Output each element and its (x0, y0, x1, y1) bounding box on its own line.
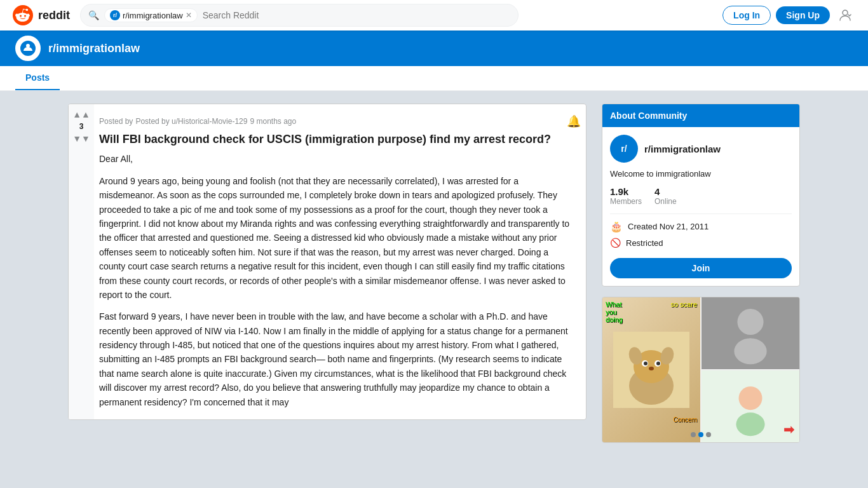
body-paragraph-1: Around 9 years ago, being young and fool… (99, 174, 576, 302)
svg-point-21 (736, 412, 764, 436)
about-community-body: r/ r/immigrationlaw Welcome to immigrati… (602, 127, 799, 286)
community-identity: r/ r/immigrationlaw (610, 135, 792, 163)
svg-point-5 (26, 44, 30, 48)
search-tag[interactable]: r/ r/immigrationlaw ✕ (104, 8, 198, 22)
post-time: 9 months ago (250, 117, 296, 126)
post-meta-left: Posted by Posted by u/Historical-Movie-1… (99, 117, 296, 126)
reddit-logo-icon (13, 5, 33, 25)
post-column: ▲ 3 ▼ Posted by Posted by u/Historical-M… (68, 104, 587, 443)
subreddit-tag-icon: r/ (110, 10, 120, 20)
tab-posts[interactable]: Posts (15, 66, 60, 90)
svg-point-1 (20, 15, 22, 17)
search-bar[interactable]: 🔍 r/ r/immigrationlaw ✕ (80, 4, 519, 27)
sidebar: About Community r/ r/immigrationlaw Welc… (602, 104, 800, 443)
signup-button[interactable]: Sign Up (776, 6, 830, 24)
carousel-dots (691, 432, 711, 437)
post-body: Dear All, Around 9 years ago, being youn… (94, 152, 581, 414)
created-row: 🎂 Created Nov 21, 2011 (610, 220, 792, 233)
online-label: Online (654, 197, 677, 206)
community-name[interactable]: r/immigrationlaw (644, 144, 721, 154)
post-title: Will FBI background check for USCIS (imm… (94, 132, 581, 152)
vote-count: 3 (79, 122, 84, 131)
svg-point-13 (649, 367, 654, 370)
image-tile-main: Whatyoudoing so scare Concern (602, 297, 700, 442)
body-paragraph-0: Dear All, (99, 152, 576, 166)
carousel-dot-1[interactable] (691, 432, 696, 437)
community-images-card: Whatyoudoing so scare Concern (602, 297, 800, 443)
main-content: ▲ 3 ▼ Posted by Posted by u/Historical-M… (53, 91, 815, 456)
notification-bell-icon[interactable]: 🔔 (567, 114, 581, 128)
post-meta: Posted by Posted by u/Historical-Movie-1… (94, 109, 581, 132)
created-text: Created Nov 21, 2011 (628, 222, 709, 231)
community-avatar: r/ (610, 135, 638, 163)
restricted-label: Restricted (626, 238, 663, 248)
logo-area[interactable]: reddit (13, 5, 70, 25)
image-preview: Whatyoudoing so scare Concern (602, 297, 799, 442)
vote-column: ▲ 3 ▼ (69, 104, 94, 419)
members-label: Members (610, 197, 642, 206)
search-tag-label: r/immigrationlaw (123, 11, 183, 20)
svg-point-18 (734, 338, 766, 364)
divider (610, 214, 792, 214)
nav-tabs: Posts (0, 66, 868, 91)
subreddit-banner-name: r/immigrationlaw (48, 42, 140, 55)
post-content: Posted by Posted by u/Historical-Movie-1… (94, 104, 586, 419)
body-paragraph-2: Fast forward 9 years, I have never been … (99, 309, 576, 409)
site-logo-text: reddit (38, 9, 70, 22)
join-button[interactable]: Join (610, 258, 792, 278)
online-count: 4 (654, 186, 677, 197)
header-right: Log In Sign Up (722, 5, 855, 25)
svg-point-11 (644, 362, 648, 365)
subreddit-banner: r/immigrationlaw (0, 30, 868, 66)
svg-point-3 (843, 10, 848, 15)
downvote-button[interactable]: ▼ (72, 133, 90, 144)
restricted-row: 🚫 Restricted (610, 238, 792, 248)
members-stat: 1.9k Members (610, 186, 642, 206)
about-community-card: About Community r/ r/immigrationlaw Welc… (602, 104, 800, 287)
search-icon: 🔍 (88, 10, 99, 20)
welcome-text: Welcome to immigrationlaw (610, 169, 792, 179)
svg-point-17 (737, 309, 763, 335)
svg-point-2 (24, 15, 26, 17)
svg-point-20 (739, 386, 763, 410)
upvote-button[interactable]: ▲ (72, 109, 90, 119)
image-tile-right1 (702, 297, 799, 369)
post-card: ▲ 3 ▼ Posted by Posted by u/Historical-M… (68, 104, 587, 420)
header: reddit 🔍 r/ r/immigrationlaw ✕ Log In Si… (0, 0, 868, 30)
online-stat: 4 Online (654, 186, 677, 206)
carousel-dot-2[interactable] (698, 432, 703, 437)
search-tag-close-icon[interactable]: ✕ (186, 11, 192, 20)
image-tile-right2: ➡ (702, 370, 799, 442)
stats-row: 1.9k Members 4 Online (610, 186, 792, 206)
restricted-icon: 🚫 (610, 238, 621, 248)
subreddit-banner-avatar (15, 36, 41, 61)
about-community-header: About Community (602, 104, 799, 127)
members-count: 1.9k (610, 186, 642, 197)
login-button[interactable]: Log In (722, 6, 771, 25)
user-menu-icon[interactable] (835, 5, 855, 25)
post-author[interactable]: Posted by u/Historical-Movie-129 (135, 117, 247, 126)
posted-by-label: Posted by (99, 117, 133, 126)
svg-point-12 (656, 362, 660, 365)
search-input[interactable] (203, 10, 510, 20)
cake-icon: 🎂 (610, 220, 623, 233)
carousel-dot-3[interactable] (706, 432, 711, 437)
doge-image: Whatyoudoing so scare Concern (602, 297, 700, 442)
